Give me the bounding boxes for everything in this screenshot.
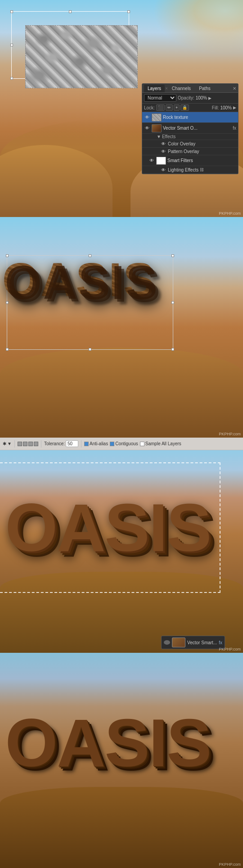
layer-fx-badge: fx (233, 126, 236, 131)
layer-name-vector: Vector Smart O... (163, 126, 231, 131)
watermark-s3: PKPHP.com (219, 647, 241, 651)
magic-wand-icon: ✱ (3, 441, 6, 446)
oasis-rock-text-s2: OASIS (2, 253, 156, 307)
selection-handle-tr[interactable] (127, 10, 130, 13)
effect-pattern-overlay[interactable]: 👁 Pattern Overlay (142, 148, 238, 155)
section-2: OASIS Layers × Channels Paths ✕ Overlay … (0, 217, 243, 438)
watermark-s4: PKPHP.com (219, 862, 241, 867)
layer-row-rock-texture[interactable]: 👁 Rock texture (142, 112, 238, 123)
effect-color-overlay[interactable]: 👁 Color Overlay (142, 140, 238, 148)
fill-label: Fill: (212, 105, 219, 110)
opacity-value: 100% (196, 95, 207, 100)
layer-visibility-vector[interactable]: 👁 (144, 125, 150, 131)
sample-all-group[interactable]: Sample All Layers (140, 441, 181, 446)
effect-eye-pattern[interactable]: 👁 (160, 148, 166, 154)
new-selection-icon[interactable] (18, 442, 22, 446)
toolbar-separator-3 (81, 440, 81, 448)
sel-handle-mr-s2[interactable] (171, 301, 174, 304)
toolbar-icons-group (18, 442, 38, 446)
effects-triangle: ▼ (157, 134, 161, 139)
lock-row: Lock: ⬛ ✏ + 🔒 Fill: 100% ▶ (142, 104, 238, 112)
tolerance-input[interactable] (66, 440, 78, 447)
contiguous-group[interactable]: Contiguous (110, 441, 138, 446)
effect-eye-lighting[interactable]: 👁 (160, 167, 166, 173)
tab-paths[interactable]: Paths (195, 85, 214, 92)
tab-channels[interactable]: Channels (168, 85, 194, 92)
layer-eye-smart-filters[interactable]: 👁 (148, 158, 155, 164)
anti-alias-checkbox[interactable] (84, 442, 89, 446)
blend-mode-select[interactable]: Normal (144, 94, 176, 102)
opacity-arrow[interactable]: ▶ (208, 96, 212, 100)
sel-handle-bl-s2[interactable] (6, 348, 9, 351)
sample-all-label: Sample All Layers (145, 441, 181, 446)
tool-select[interactable]: ✱ ▼ (3, 441, 12, 446)
rock-texture-image (25, 25, 138, 88)
tool-arrow: ▼ (7, 441, 12, 446)
layer-thumbnail-vector (152, 124, 162, 132)
bottom-layer-name: Vector Smart... (187, 640, 217, 645)
selection-handle-ml[interactable] (10, 44, 13, 46)
effect-lighting[interactable]: 👁 Lighting Effects ⛓ (142, 166, 238, 174)
bottom-layer-thumbnail: Vector Smart... fx (161, 636, 225, 649)
panel-close-button[interactable]: ✕ (233, 86, 236, 91)
layer-thumb-smart-filters (156, 157, 166, 165)
sel-handle-tr-s2[interactable] (171, 254, 174, 257)
layer-visibility-rock[interactable]: 👁 (144, 114, 150, 121)
effects-label-text: Effects (162, 134, 176, 139)
subtract-selection-icon[interactable] (28, 442, 33, 446)
lock-label: Lock: (144, 105, 155, 110)
layer-name-smart-filters: Smart Filters (167, 158, 236, 163)
tolerance-label: Tolerance: (44, 441, 65, 446)
watermark-s2: PKPHP.com (219, 432, 241, 436)
bottom-layer-fx: fx (219, 640, 222, 645)
lock-icons: ⬛ ✏ + 🔒 (156, 104, 189, 111)
bottom-layer-thumb-image (172, 637, 185, 647)
add-selection-icon[interactable] (23, 442, 27, 446)
layer-row-vector-smart[interactable]: 👁 Vector Smart O... fx (142, 123, 238, 134)
toolbar-strip: ✱ ▼ Tolerance: Anti-alias Contiguous Sam… (0, 438, 243, 450)
lock-position-btn[interactable]: + (174, 104, 180, 111)
panel-tabs: Layers × Channels Paths ✕ (142, 84, 238, 93)
anti-alias-group[interactable]: Anti-alias (84, 441, 108, 446)
bottom-layer-eye[interactable] (164, 640, 170, 645)
toolbar-separator-2 (41, 440, 41, 448)
watermark-s1: PKPHP.com (219, 211, 241, 216)
contiguous-checkbox[interactable] (110, 442, 114, 446)
toolbar-separator-1 (14, 440, 15, 448)
intersect-selection-icon[interactable] (34, 442, 38, 446)
effect-chain-icon: ⛓ (200, 167, 204, 172)
sel-handle-br-s2[interactable] (171, 348, 174, 351)
sample-all-checkbox[interactable] (140, 442, 144, 446)
selection-handle-bl[interactable] (10, 77, 13, 80)
lock-image-btn[interactable]: ✏ (166, 104, 173, 111)
lock-transparent-btn[interactable]: ⬛ (156, 104, 165, 111)
effects-group: ▼ Effects (142, 134, 238, 140)
oasis-final-text-s4: OASIS (0, 678, 220, 808)
sel-handle-bm-s2[interactable] (89, 348, 91, 351)
tab-layers[interactable]: Layers (144, 85, 165, 92)
tab-separator-1: × (165, 86, 168, 91)
selection-handle-tm[interactable] (69, 10, 72, 13)
section-3: ✱ ▼ Tolerance: Anti-alias Contiguous Sam… (0, 438, 243, 653)
selection-handle-tl[interactable] (10, 10, 13, 13)
effect-name-lighting: Lighting Effects (168, 167, 198, 172)
lock-all-btn[interactable]: 🔒 (180, 104, 189, 111)
fill-value: 100% (220, 105, 232, 110)
layer-name-rock: Rock texture (163, 115, 236, 120)
effect-name-pattern: Pattern Overlay (168, 149, 199, 154)
anti-alias-label: Anti-alias (90, 441, 108, 446)
layer-row-smart-filters[interactable]: 👁 Smart Filters (142, 155, 238, 166)
layer-thumbnail-rock (152, 113, 162, 122)
blend-mode-row: Normal Opacity: 100% ▶ (142, 93, 238, 104)
fill-arrow[interactable]: ▶ (233, 105, 236, 110)
section-4: OASIS PKPHP.com (0, 653, 243, 868)
opacity-label: Opacity: (178, 95, 194, 100)
sky-sun-glow (153, 0, 243, 54)
section-1: Layers × Channels Paths ✕ Normal Opacity… (0, 0, 243, 217)
sand-dune-s2 (0, 348, 243, 438)
layers-panel-1: Layers × Channels Paths ✕ Normal Opacity… (142, 83, 238, 174)
oasis-flat-text-s3: OASIS (0, 462, 220, 593)
effect-name-color: Color Overlay (168, 141, 195, 146)
effect-eye-color[interactable]: 👁 (160, 140, 166, 147)
selection-box (11, 11, 129, 79)
